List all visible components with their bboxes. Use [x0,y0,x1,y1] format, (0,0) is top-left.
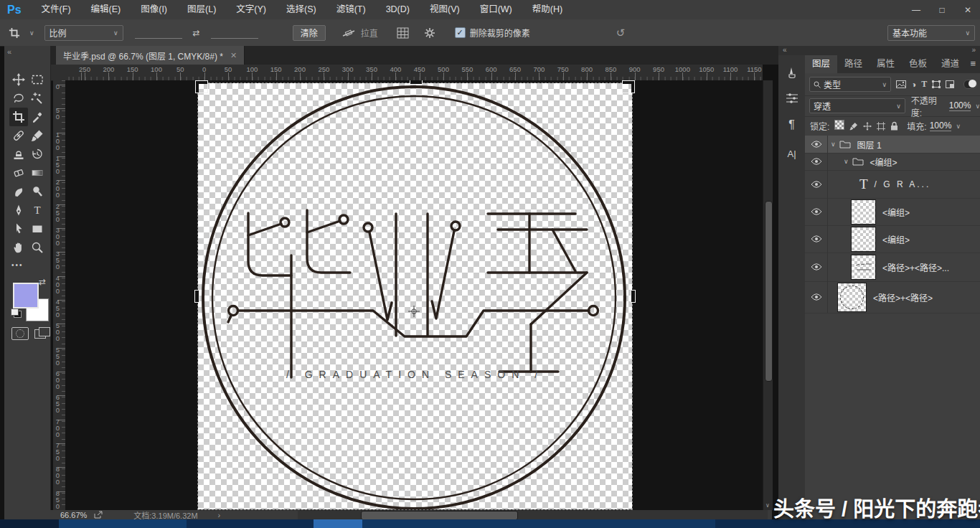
crop-tool-preset-icon[interactable] [9,27,20,39]
layer-name[interactable]: <路径>+<路径>... [882,261,949,273]
straighten-icon[interactable] [341,27,356,39]
menu-view[interactable]: 视图(V) [420,0,470,19]
menu-layer[interactable]: 图层(L) [177,0,226,19]
fill-chevron-icon[interactable]: ∨ [956,123,961,130]
foreground-color-swatch[interactable] [13,283,39,308]
layer-row-group-1[interactable]: ∨ 图层 1 [805,136,980,154]
crop-width-input[interactable] [135,27,182,39]
close-icon[interactable]: ✕ [960,5,976,15]
hand-tool[interactable] [9,238,28,257]
canvas-viewport[interactable]: / GRADUATION SEASON / [65,80,763,510]
adjustment-filter-icon[interactable]: ◑ [911,80,916,90]
dodge-tool[interactable] [28,182,47,201]
edit-toolbar-ellipsis-icon[interactable]: ••• [11,261,24,269]
crop-handle-right[interactable] [631,291,635,302]
zoom-level-field[interactable]: 66.67% [60,511,87,519]
menu-file[interactable]: 文件(F) [32,0,81,19]
lock-transparency-icon[interactable] [834,120,844,132]
layer-name[interactable]: <编组> [882,233,910,245]
layer-name[interactable]: <编组> [870,156,897,168]
brush-tool[interactable] [28,126,47,145]
smudge-tool[interactable] [9,182,28,201]
crop-height-input[interactable] [211,27,258,39]
visibility-eye-icon[interactable] [805,136,828,153]
menu-image[interactable]: 图像(I) [131,0,177,19]
crop-settings-gear-icon[interactable] [424,27,435,39]
glyphs-panel-icon[interactable]: A| [778,148,805,159]
document-canvas[interactable]: / GRADUATION SEASON / [198,83,632,509]
workspace-select[interactable]: 基本功能∨ [887,25,975,41]
move-tool[interactable] [9,70,28,89]
lock-all-icon[interactable] [890,121,898,131]
brush-settings-panel-icon[interactable] [778,93,805,104]
smart-object-filter-icon[interactable] [946,80,954,88]
menu-select[interactable]: 选择(S) [276,0,326,19]
layer-row-text[interactable]: T / G R A... [805,170,980,199]
type-filter-icon[interactable]: T [921,79,927,90]
minimize-icon[interactable]: — [908,5,924,15]
crop-ratio-select[interactable]: 比例∨ [44,25,123,41]
clone-stamp-tool[interactable] [9,145,28,164]
layer-thumbnail[interactable] [837,283,867,312]
delete-cropped-pixels-option[interactable]: ✓ 删除裁剪的像素 [455,27,530,39]
vertical-scrollbar[interactable]: ∨ [763,80,773,510]
crop-tool[interactable] [9,108,28,126]
layer-name[interactable]: 图层 1 [857,138,882,151]
panel-menu-icon[interactable]: ≡ [970,58,976,69]
pen-tool[interactable] [9,201,28,220]
restore-icon[interactable]: □ [934,5,950,15]
tab-properties[interactable]: 属性 [870,55,902,73]
delete-cropped-checkbox[interactable]: ✓ [455,27,466,38]
layer-row-shape-1[interactable]: <路径>+<路径>... [805,253,980,282]
lock-pixels-icon[interactable] [849,122,858,131]
lock-position-icon[interactable] [863,122,872,131]
tab-channels[interactable]: 通道 [934,55,966,73]
reset-icon[interactable]: ↺ [616,27,626,39]
layer-thumbnail[interactable] [851,199,876,225]
menu-type[interactable]: 文字(Y) [226,0,276,19]
swap-colors-icon[interactable]: ⇄ [39,277,46,287]
document-tab[interactable]: 毕业季.psd @ 66.7% (图层 1, CMYK/8#) * ✕ [56,46,245,65]
magic-wand-tool[interactable] [28,89,47,108]
type-tool[interactable]: T [28,201,47,220]
tab-layers[interactable]: 图层 [805,55,837,73]
layer-row-group-3[interactable]: <编组> [805,198,980,226]
layer-name[interactable]: <编组> [882,206,910,218]
tab-swatches[interactable]: 色板 [902,55,934,73]
tab-paths[interactable]: 路径 [837,55,870,73]
shape-filter-icon[interactable] [932,80,941,88]
menu-filter[interactable]: 滤镜(T) [326,0,376,19]
path-selection-tool[interactable] [9,220,28,238]
layer-thumbnail[interactable] [851,255,876,280]
vertical-scrollbar-thumb[interactable] [765,201,773,382]
fill-value[interactable]: 100% [930,121,952,131]
collapse-tools-icon[interactable]: « [7,47,11,56]
default-colors-icon[interactable] [11,308,22,318]
layer-thumbnail[interactable] [851,227,876,252]
tool-preset-chevron-icon[interactable]: ∨ [29,29,34,37]
pixel-filter-icon[interactable] [896,80,906,88]
layer-filter-select[interactable]: 类型 ∨ [809,77,891,92]
crop-handle-top-right[interactable] [623,81,634,93]
status-popup-arrow-icon[interactable]: › [218,511,221,519]
crop-handle-left[interactable] [195,291,199,302]
visibility-eye-icon[interactable] [805,281,828,313]
opacity-chevron-icon[interactable]: ∨ [975,103,980,110]
spot-healing-tool[interactable] [9,126,28,145]
swap-dimensions-icon[interactable]: ⇄ [193,28,200,38]
expand-chevron-icon[interactable]: ∨ [831,141,836,148]
zoom-tool[interactable] [28,238,47,257]
visibility-eye-icon[interactable] [805,253,828,281]
opacity-value[interactable]: 100% [949,100,971,111]
history-brush-tool[interactable] [28,145,47,164]
ruler-origin-corner[interactable] [50,65,66,81]
layer-name[interactable]: / G R A... [875,179,931,189]
export-icon[interactable] [94,511,103,519]
gradient-tool[interactable] [28,164,47,182]
layer-name[interactable]: <路径>+<路径> [873,291,933,303]
visibility-eye-icon[interactable] [805,225,828,253]
layer-row-group-2[interactable]: ∨ <编组> [805,153,980,171]
lock-artboard-icon[interactable] [877,122,885,131]
visibility-eye-icon[interactable] [805,198,828,225]
paragraph-panel-icon[interactable]: ¶ [778,118,805,131]
